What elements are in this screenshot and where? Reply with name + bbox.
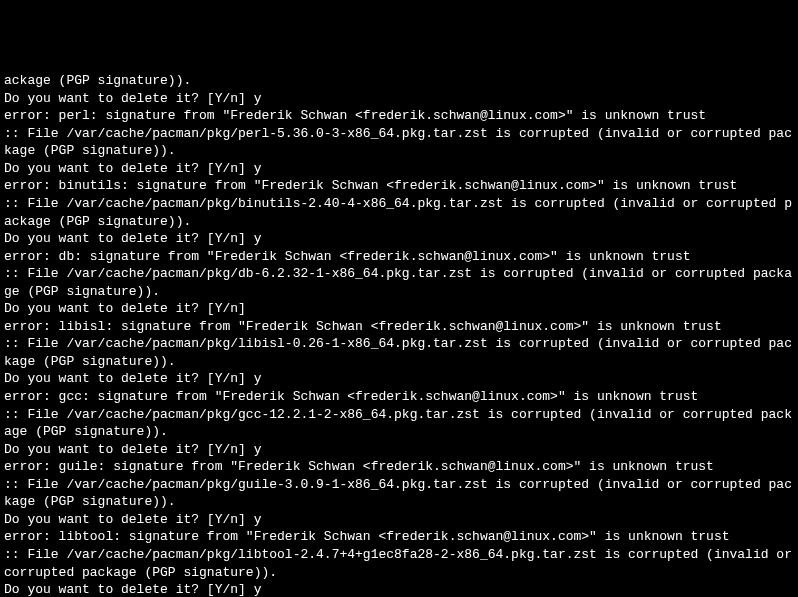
- terminal-line: Do you want to delete it? [Y/n] y: [4, 441, 794, 459]
- terminal-line: error: libtool: signature from "Frederik…: [4, 528, 794, 546]
- terminal-line: Do you want to delete it? [Y/n] y: [4, 581, 794, 597]
- terminal-line: :: File /var/cache/pacman/pkg/guile-3.0.…: [4, 476, 794, 511]
- terminal-line: :: File /var/cache/pacman/pkg/libtool-2.…: [4, 546, 794, 581]
- terminal-line: :: File /var/cache/pacman/pkg/gcc-12.2.1…: [4, 406, 794, 441]
- terminal-line: error: guile: signature from "Frederik S…: [4, 458, 794, 476]
- terminal-line: Do you want to delete it? [Y/n]: [4, 300, 794, 318]
- terminal-line: Do you want to delete it? [Y/n] y: [4, 90, 794, 108]
- terminal-line: error: perl: signature from "Frederik Sc…: [4, 107, 794, 125]
- terminal-line: Do you want to delete it? [Y/n] y: [4, 230, 794, 248]
- terminal-line: ackage (PGP signature)).: [4, 72, 794, 90]
- terminal-line: :: File /var/cache/pacman/pkg/perl-5.36.…: [4, 125, 794, 160]
- terminal-line: error: gcc: signature from "Frederik Sch…: [4, 388, 794, 406]
- terminal-line: :: File /var/cache/pacman/pkg/db-6.2.32-…: [4, 265, 794, 300]
- terminal-line: :: File /var/cache/pacman/pkg/libisl-0.2…: [4, 335, 794, 370]
- terminal-line: error: db: signature from "Frederik Schw…: [4, 248, 794, 266]
- terminal-line: Do you want to delete it? [Y/n] y: [4, 511, 794, 529]
- terminal-line: error: binutils: signature from "Frederi…: [4, 177, 794, 195]
- terminal-output: ackage (PGP signature)).Do you want to d…: [4, 72, 794, 597]
- terminal-line: Do you want to delete it? [Y/n] y: [4, 370, 794, 388]
- terminal-line: :: File /var/cache/pacman/pkg/binutils-2…: [4, 195, 794, 230]
- terminal-line: Do you want to delete it? [Y/n] y: [4, 160, 794, 178]
- terminal-line: error: libisl: signature from "Frederik …: [4, 318, 794, 336]
